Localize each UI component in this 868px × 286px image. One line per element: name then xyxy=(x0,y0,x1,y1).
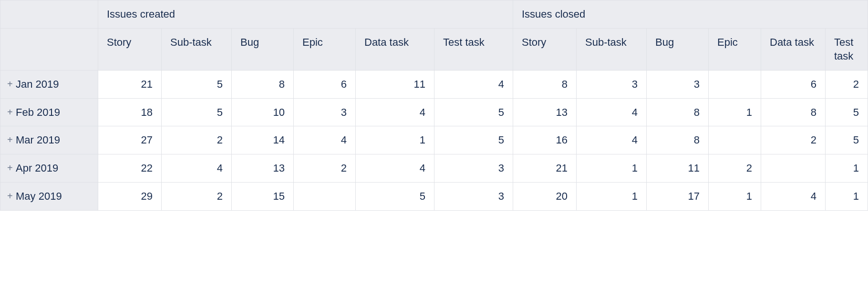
data-cell-closed-data[interactable]: 8 xyxy=(761,99,826,127)
data-cell-created-story[interactable]: 29 xyxy=(98,183,162,211)
data-cell-created-subtask[interactable]: 4 xyxy=(162,154,232,183)
data-cell-closed-subtask[interactable]: 3 xyxy=(577,71,647,99)
row-header[interactable]: +May 2019 xyxy=(0,183,98,211)
data-cell-created-test[interactable]: 3 xyxy=(434,154,513,183)
data-cell-closed-data[interactable]: 2 xyxy=(761,126,826,154)
data-cell-closed-test[interactable]: 1 xyxy=(826,154,868,183)
data-cell-closed-bug[interactable]: 11 xyxy=(647,154,709,183)
col-header-closed-bug[interactable]: Bug xyxy=(647,29,709,71)
corner-cell xyxy=(0,0,98,29)
pivot-table: Issues created Issues closed Story Sub-t… xyxy=(0,0,868,211)
data-cell-closed-data[interactable]: 4 xyxy=(761,183,826,211)
table-row: +Apr 2019224132432111121 xyxy=(0,154,868,183)
data-cell-closed-subtask[interactable]: 1 xyxy=(577,183,647,211)
row-header-label: May 2019 xyxy=(16,189,89,204)
row-header[interactable]: +Jan 2019 xyxy=(0,71,98,99)
data-cell-created-story[interactable]: 22 xyxy=(98,154,162,183)
data-cell-closed-bug[interactable]: 17 xyxy=(647,183,709,211)
data-cell-created-test[interactable]: 5 xyxy=(434,99,513,127)
data-cell-closed-subtask[interactable]: 1 xyxy=(577,154,647,183)
expand-icon[interactable]: + xyxy=(7,79,16,89)
header-row-groups: Issues created Issues closed xyxy=(0,0,868,29)
row-header-label: Mar 2019 xyxy=(16,133,89,147)
header-row-columns: Story Sub-task Bug Epic Data task Test t… xyxy=(0,29,868,71)
data-cell-created-data[interactable]: 4 xyxy=(356,99,434,127)
col-header-closed-story[interactable]: Story xyxy=(513,29,577,71)
data-cell-created-data[interactable]: 11 xyxy=(356,71,434,99)
data-cell-created-bug[interactable]: 8 xyxy=(232,71,294,99)
data-cell-created-subtask[interactable]: 2 xyxy=(162,183,232,211)
data-cell-closed-subtask[interactable]: 4 xyxy=(577,99,647,127)
col-header-created-subtask[interactable]: Sub-task xyxy=(162,29,232,71)
data-cell-closed-bug[interactable]: 3 xyxy=(647,71,709,99)
data-cell-closed-data[interactable]: 6 xyxy=(761,71,826,99)
data-cell-closed-story[interactable]: 13 xyxy=(513,99,577,127)
data-cell-closed-test[interactable]: 5 xyxy=(826,99,868,127)
data-cell-closed-subtask[interactable]: 4 xyxy=(577,126,647,154)
data-cell-closed-story[interactable]: 21 xyxy=(513,154,577,183)
data-cell-closed-story[interactable]: 16 xyxy=(513,126,577,154)
data-cell-closed-epic[interactable] xyxy=(709,126,761,154)
data-cell-created-bug[interactable]: 14 xyxy=(232,126,294,154)
row-header-label: Feb 2019 xyxy=(16,105,89,120)
table-row: +May 2019292155320117141 xyxy=(0,183,868,211)
data-cell-created-data[interactable]: 1 xyxy=(356,126,434,154)
data-cell-created-subtask[interactable]: 2 xyxy=(162,126,232,154)
data-cell-created-epic[interactable]: 2 xyxy=(294,154,356,183)
data-cell-created-data[interactable]: 5 xyxy=(356,183,434,211)
data-cell-closed-bug[interactable]: 8 xyxy=(647,126,709,154)
data-cell-closed-epic[interactable]: 2 xyxy=(709,154,761,183)
group-header-created: Issues created xyxy=(98,0,513,29)
data-cell-created-story[interactable]: 27 xyxy=(98,126,162,154)
data-cell-created-test[interactable]: 5 xyxy=(434,126,513,154)
corner-cell-2 xyxy=(0,29,98,71)
expand-icon[interactable]: + xyxy=(7,191,16,201)
data-cell-created-data[interactable]: 4 xyxy=(356,154,434,183)
col-header-created-test[interactable]: Test task xyxy=(434,29,513,71)
row-header[interactable]: +Apr 2019 xyxy=(0,154,98,183)
col-header-created-data[interactable]: Data task xyxy=(356,29,434,71)
data-cell-created-subtask[interactable]: 5 xyxy=(162,99,232,127)
row-header-label: Apr 2019 xyxy=(16,161,89,175)
row-header[interactable]: +Feb 2019 xyxy=(0,99,98,127)
data-cell-created-bug[interactable]: 10 xyxy=(232,99,294,127)
table-row: +Jan 20192158611483362 xyxy=(0,71,868,99)
table-row: +Mar 201927214415164825 xyxy=(0,126,868,154)
expand-icon[interactable]: + xyxy=(7,135,16,144)
col-header-closed-epic[interactable]: Epic xyxy=(709,29,761,71)
data-cell-created-epic[interactable]: 3 xyxy=(294,99,356,127)
col-header-closed-subtask[interactable]: Sub-task xyxy=(577,29,647,71)
data-cell-created-bug[interactable]: 15 xyxy=(232,183,294,211)
data-cell-created-epic[interactable]: 4 xyxy=(294,126,356,154)
col-header-created-story[interactable]: Story xyxy=(98,29,162,71)
expand-icon[interactable]: + xyxy=(7,163,16,173)
table-row: +Feb 2019185103451348185 xyxy=(0,99,868,127)
row-header[interactable]: +Mar 2019 xyxy=(0,126,98,154)
data-cell-closed-bug[interactable]: 8 xyxy=(647,99,709,127)
data-cell-created-story[interactable]: 21 xyxy=(98,71,162,99)
data-cell-closed-epic[interactable]: 1 xyxy=(709,183,761,211)
data-cell-closed-story[interactable]: 20 xyxy=(513,183,577,211)
data-cell-created-epic[interactable]: 6 xyxy=(294,71,356,99)
data-cell-created-test[interactable]: 3 xyxy=(434,183,513,211)
data-cell-closed-story[interactable]: 8 xyxy=(513,71,577,99)
col-header-closed-test[interactable]: Test task xyxy=(826,29,868,71)
col-header-created-bug[interactable]: Bug xyxy=(232,29,294,71)
data-cell-closed-test[interactable]: 2 xyxy=(826,71,868,99)
data-cell-closed-test[interactable]: 5 xyxy=(826,126,868,154)
data-cell-created-test[interactable]: 4 xyxy=(434,71,513,99)
row-header-label: Jan 2019 xyxy=(16,77,89,92)
data-cell-closed-epic[interactable]: 1 xyxy=(709,99,761,127)
data-cell-closed-data[interactable] xyxy=(761,154,826,183)
group-header-closed: Issues closed xyxy=(513,0,868,29)
data-cell-created-bug[interactable]: 13 xyxy=(232,154,294,183)
data-cell-closed-epic[interactable] xyxy=(709,71,761,99)
data-cell-created-subtask[interactable]: 5 xyxy=(162,71,232,99)
data-cell-closed-test[interactable]: 1 xyxy=(826,183,868,211)
col-header-created-epic[interactable]: Epic xyxy=(294,29,356,71)
expand-icon[interactable]: + xyxy=(7,107,16,117)
data-cell-created-story[interactable]: 18 xyxy=(98,99,162,127)
data-cell-created-epic[interactable] xyxy=(294,183,356,211)
col-header-closed-data[interactable]: Data task xyxy=(761,29,826,71)
